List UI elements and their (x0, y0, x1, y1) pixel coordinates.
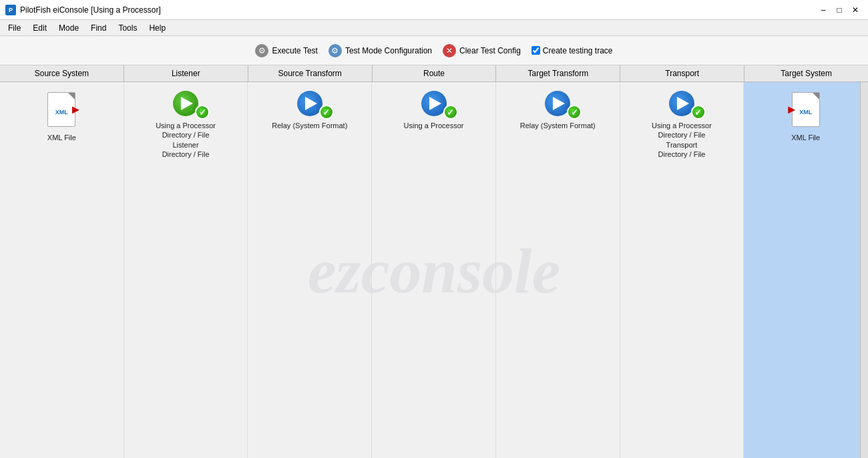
title-bar: P PilotFish eiConsole [Using a Processor… (0, 0, 868, 20)
route-label: Using a Processor (404, 121, 464, 130)
pipeline-col-target-transform[interactable]: ✓ Relay (System Format) (496, 82, 620, 458)
xml-icon-body: XML ► (47, 92, 75, 127)
execute-test-icon: ⚙ (255, 44, 268, 57)
target-system-label: XML File (791, 133, 820, 142)
target-transform-play-triangle (553, 97, 565, 110)
route-cell[interactable]: ✓ Using a Processor (404, 90, 464, 130)
col-header-target-transform: Target Transform (496, 65, 620, 81)
menu-help[interactable]: Help (144, 22, 171, 34)
listener-play-triangle (181, 97, 193, 110)
test-mode-label: Test Mode Configuration (345, 46, 432, 55)
col-header-listener: Listener (124, 65, 248, 81)
target-transform-cell[interactable]: ✓ Relay (System Format) (520, 90, 596, 130)
clear-test-config-button[interactable]: ✕ Clear Test Config (443, 44, 521, 57)
source-transform-label: Relay (System Format) (272, 121, 347, 130)
pipeline-col-transport[interactable]: ✓ Using a ProcessorDirectory / FileTrans… (620, 82, 744, 458)
menu-mode[interactable]: Mode (53, 22, 84, 34)
close-button[interactable]: ✕ (848, 3, 863, 17)
col-header-source-system: Source System (0, 65, 124, 81)
route-icon: ✓ (413, 90, 455, 117)
pipeline-header: Source System Listener Source Transform … (0, 65, 868, 82)
col-header-source-transform: Source Transform (248, 65, 373, 81)
source-system-label: XML File (47, 133, 76, 142)
xml-fold (68, 93, 75, 99)
menu-bar: File Edit Mode Find Tools Help (0, 20, 868, 36)
title-bar-left: P PilotFish eiConsole [Using a Processor… (5, 5, 161, 15)
xml-file-icon-target: XML ► (789, 90, 823, 129)
transport-play-triangle (677, 97, 689, 110)
transport-cell[interactable]: ✓ Using a ProcessorDirectory / FileTrans… (652, 90, 712, 159)
vertical-scrollbar[interactable] (860, 82, 868, 458)
clear-test-icon: ✕ (443, 44, 456, 57)
pipeline-col-listener[interactable]: ✓ Using a ProcessorDirectory / FileListe… (124, 82, 248, 458)
source-system-cell[interactable]: XML ► XML File (44, 90, 79, 142)
col-header-transport: Transport (620, 65, 744, 81)
trace-checkbox-input[interactable] (531, 46, 540, 55)
source-transform-play-triangle (305, 97, 317, 110)
listener-icon: ✓ (164, 90, 207, 117)
menu-tools[interactable]: Tools (113, 22, 142, 34)
col-header-route: Route (373, 65, 497, 81)
test-mode-config-button[interactable]: ⚙ Test Mode Configuration (329, 44, 432, 57)
source-transform-cell[interactable]: ✓ Relay (System Format) (272, 90, 347, 130)
transport-label: Using a ProcessorDirectory / FileTranspo… (652, 121, 712, 159)
transport-icon: ✓ (660, 90, 703, 117)
trace-label: Create testing trace (543, 46, 613, 55)
execute-test-button[interactable]: ⚙ Execute Test (255, 44, 317, 57)
target-system-cell[interactable]: XML ► XML File (789, 90, 823, 142)
pipeline-col-source-transform[interactable]: ✓ Relay (System Format) (248, 82, 372, 458)
menu-file[interactable]: File (3, 22, 26, 34)
xml-arrow-in-icon: ► (786, 103, 798, 117)
xml-file-icon-source: XML ► (44, 90, 79, 129)
maximize-button[interactable]: □ (832, 3, 847, 17)
target-transform-label: Relay (System Format) (520, 121, 596, 130)
target-transform-icon: ✓ (536, 90, 579, 117)
route-check-badge: ✓ (443, 105, 458, 120)
execute-test-label: Execute Test (272, 46, 317, 55)
app-icon: P (5, 5, 16, 15)
pipeline-col-target-system[interactable]: XML ► XML File (744, 82, 868, 458)
listener-check-badge: ✓ (195, 105, 210, 120)
clear-test-label: Clear Test Config (459, 46, 521, 55)
window-title: PilotFish eiConsole [Using a Processor] (20, 5, 161, 15)
pipeline-container: Source System Listener Source Transform … (0, 65, 868, 458)
source-transform-check-badge: ✓ (319, 105, 334, 120)
col-header-target-system: Target System (744, 65, 868, 81)
test-mode-icon: ⚙ (329, 44, 342, 57)
minimize-button[interactable]: – (816, 3, 831, 17)
route-play-btn (421, 91, 447, 116)
xml-arrow-icon: ► (70, 103, 82, 117)
menu-find[interactable]: Find (85, 22, 112, 34)
listener-label: Using a ProcessorDirectory / FileListene… (156, 121, 216, 159)
toolbar: ⚙ Execute Test ⚙ Test Mode Configuration… (0, 36, 868, 65)
xml-tag-label: XML (55, 109, 68, 116)
pipeline-col-route[interactable]: ✓ Using a Processor (372, 82, 496, 458)
transport-check-badge: ✓ (691, 105, 706, 120)
xml-fold-target (813, 93, 819, 99)
target-transform-check-badge: ✓ (567, 105, 582, 120)
create-testing-trace-checkbox[interactable]: Create testing trace (531, 46, 613, 55)
window-controls: – □ ✕ (816, 3, 863, 17)
menu-edit[interactable]: Edit (27, 22, 52, 34)
xml-icon-body-target: XML ► (792, 92, 820, 127)
pipeline-body: ezconsole XML ► XML File (0, 82, 868, 458)
listener-cell[interactable]: ✓ Using a ProcessorDirectory / FileListe… (156, 90, 216, 159)
xml-tag-label-target: XML (799, 109, 812, 116)
pipeline-col-source-system[interactable]: XML ► XML File (0, 82, 124, 458)
route-play-triangle (429, 97, 441, 110)
source-transform-icon: ✓ (288, 90, 331, 117)
